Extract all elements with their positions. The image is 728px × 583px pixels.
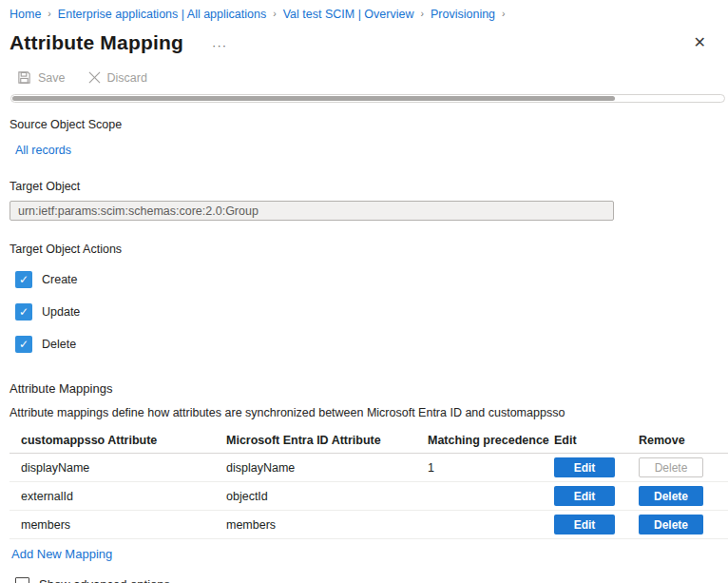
create-checkbox-row: ✓ Create (10, 270, 713, 288)
column-header-edit: Edit (554, 434, 639, 447)
advanced-options-row: Show advanced options (10, 577, 713, 583)
column-header-remove: Remove (639, 434, 728, 447)
create-checkbox-label: Create (42, 273, 78, 286)
edit-button[interactable]: Edit (554, 486, 615, 506)
table-row-members: members members Edit Delete (10, 511, 728, 539)
edit-button[interactable]: Edit (554, 515, 615, 534)
attribute-mappings-description: Attribute mappings define how attributes… (10, 406, 713, 419)
source-object-scope-label: Source Object Scope (10, 118, 713, 131)
attribute-mappings-table: customappsso Attribute Microsoft Entra I… (10, 428, 728, 539)
discard-button[interactable]: Discard (88, 71, 147, 85)
delete-checkbox-row: ✓ Delete (10, 335, 713, 353)
update-checkbox[interactable]: ✓ (15, 303, 32, 321)
cell-entra-attribute: displayName (226, 461, 428, 475)
delete-button[interactable]: Delete (639, 486, 703, 506)
discard-x-icon (88, 71, 101, 84)
update-checkbox-label: Update (42, 305, 80, 319)
all-records-link[interactable]: All records (15, 144, 71, 157)
discard-button-label: Discard (107, 71, 147, 85)
breadcrumb-enterprise-applications[interactable]: Enterprise applications | All applicatio… (58, 7, 266, 23)
table-header-row: customappsso Attribute Microsoft Entra I… (10, 428, 728, 454)
cell-app-attribute: members (21, 518, 226, 532)
attribute-mapping-page: Home › Enterprise applications | All app… (0, 0, 728, 583)
add-new-mapping-link[interactable]: Add New Mapping (11, 547, 112, 561)
breadcrumb-separator-icon: › (266, 6, 283, 22)
show-advanced-options-checkbox[interactable] (15, 577, 29, 583)
column-header-matching-precedence: Matching precedence (428, 434, 554, 447)
breadcrumb-separator-icon: › (495, 6, 512, 22)
table-row-externalid: externalId objectId Edit Delete (10, 482, 728, 511)
command-bar: Save Discard (10, 70, 713, 85)
save-disk-icon (17, 70, 31, 85)
target-object-label: Target Object (10, 180, 713, 193)
cell-app-attribute: displayName (21, 461, 226, 475)
horizontal-scrollbar-track[interactable] (10, 94, 725, 103)
breadcrumb-provisioning[interactable]: Provisioning (431, 7, 495, 23)
cell-matching-precedence: 1 (428, 461, 554, 475)
target-object-actions-label: Target Object Actions (10, 243, 713, 256)
delete-checkbox-label: Delete (42, 338, 76, 351)
save-button[interactable]: Save (17, 70, 66, 85)
title-row: Attribute Mapping ··· ✕ (10, 31, 713, 54)
delete-button[interactable]: Delete (639, 515, 703, 534)
update-checkbox-row: ✓ Update (10, 302, 713, 321)
breadcrumb-val-test-scim[interactable]: Val test SCIM | Overview (283, 7, 414, 23)
delete-checkbox[interactable]: ✓ (15, 336, 32, 353)
save-button-label: Save (38, 71, 66, 85)
create-checkbox[interactable]: ✓ (15, 271, 32, 288)
cell-app-attribute: externalId (21, 490, 226, 503)
column-header-customappsso-attribute: customappsso Attribute (21, 434, 226, 447)
breadcrumb-home[interactable]: Home (10, 7, 41, 23)
delete-button-disabled: Delete (639, 457, 703, 477)
more-options-icon[interactable]: ··· (208, 36, 231, 54)
close-icon[interactable]: ✕ (689, 33, 711, 52)
target-object-input[interactable] (10, 201, 614, 221)
show-advanced-options-label: Show advanced options (39, 577, 170, 583)
table-row-displayname: displayName displayName 1 Edit Delete (10, 454, 728, 482)
target-object-actions-group: ✓ Create ✓ Update ✓ Delete (10, 270, 713, 353)
breadcrumb-separator-icon: › (413, 6, 431, 22)
horizontal-scrollbar-thumb[interactable] (12, 96, 615, 101)
page-title: Attribute Mapping (10, 31, 183, 54)
edit-button[interactable]: Edit (554, 457, 615, 477)
attribute-mappings-heading: Attribute Mappings (10, 381, 713, 396)
column-header-entra-attribute: Microsoft Entra ID Attribute (226, 434, 428, 447)
cell-entra-attribute: members (226, 518, 428, 532)
cell-entra-attribute: objectId (226, 490, 428, 503)
breadcrumb: Home › Enterprise applications | All app… (10, 7, 713, 23)
breadcrumb-separator-icon: › (41, 6, 58, 22)
